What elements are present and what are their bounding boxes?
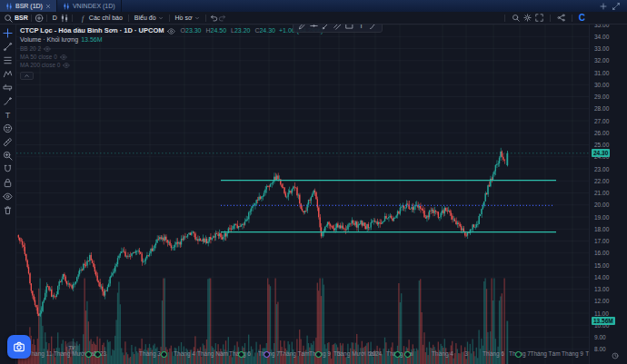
indicator-row-bb[interactable]: BB 20 2 bbox=[20, 44, 323, 53]
tabbar-right-controls bbox=[592, 0, 627, 12]
divider bbox=[550, 15, 551, 22]
price-tick: 11.00 bbox=[594, 310, 609, 317]
close-icon[interactable] bbox=[45, 4, 51, 9]
search-icon[interactable] bbox=[4, 14, 13, 23]
price-tick: 22.00 bbox=[594, 178, 609, 184]
divider bbox=[46, 15, 47, 22]
price-tick: 18.00 bbox=[594, 226, 609, 232]
compare-icon[interactable] bbox=[35, 14, 44, 23]
event-marker[interactable] bbox=[238, 351, 244, 358]
open-value: 23.30 bbox=[185, 27, 202, 34]
trash-icon[interactable] bbox=[3, 205, 13, 215]
divider bbox=[169, 15, 170, 22]
price-tick: 12.00 bbox=[594, 298, 609, 304]
price-tick: 8.00 bbox=[594, 346, 606, 352]
legend-collapse-button[interactable] bbox=[20, 72, 34, 80]
event-marker[interactable] bbox=[394, 351, 401, 358]
price-tick: 33.00 bbox=[594, 45, 609, 52]
time-axis-label: Tháng 3 bbox=[139, 350, 161, 357]
divider bbox=[205, 15, 206, 22]
fullscreen-icon[interactable] bbox=[535, 14, 543, 22]
xabcd-pattern-icon[interactable] bbox=[3, 69, 13, 79]
text-icon[interactable]: T bbox=[3, 110, 13, 120]
undo-button[interactable] bbox=[209, 14, 218, 23]
emoji-icon[interactable] bbox=[3, 123, 13, 133]
price-tick: 19.00 bbox=[594, 214, 609, 221]
time-axis-label: Tháng Tám bbox=[530, 350, 560, 357]
chart-area[interactable]: CTCP Lọc - Hóa dầu Bình Sơn · 1D · UPCOM… bbox=[16, 25, 589, 364]
drawing-toolbar: T bbox=[0, 25, 16, 364]
chevron-down-icon bbox=[158, 15, 164, 21]
divider bbox=[504, 15, 505, 22]
function-icon: f bbox=[78, 14, 87, 23]
price-tick: 15.00 bbox=[594, 262, 609, 269]
price-tick: 21.00 bbox=[594, 190, 609, 196]
price-tick: 14.00 bbox=[594, 274, 609, 280]
indicator-label: MA 200 close 0 bbox=[20, 61, 60, 69]
gear-icon[interactable] bbox=[523, 14, 532, 22]
broker-logo[interactable]: C bbox=[579, 13, 585, 23]
time-axis-label: Tháng 4 bbox=[432, 350, 453, 357]
expand-window-icon[interactable] bbox=[612, 3, 620, 10]
event-marker[interactable] bbox=[315, 351, 322, 358]
lock-icon[interactable] bbox=[3, 178, 13, 188]
share-icon[interactable] bbox=[557, 14, 565, 22]
price-axis[interactable]: 8.009.0010.0011.0012.0013.0014.0015.0016… bbox=[589, 25, 627, 364]
high-value: 24.50 bbox=[211, 27, 227, 34]
eye-icon[interactable] bbox=[60, 54, 67, 61]
profile-menu-label: Hồ sơ bbox=[175, 15, 193, 21]
long-position-icon[interactable] bbox=[3, 83, 13, 93]
tab-vnindex[interactable]: VNINDEX (1D) bbox=[57, 0, 122, 12]
profile-menu-button[interactable]: Hồ sơ bbox=[173, 14, 203, 22]
quick-search-icon[interactable] bbox=[512, 14, 520, 22]
chart-type-icon[interactable] bbox=[60, 14, 69, 23]
eye-icon[interactable] bbox=[63, 62, 70, 69]
symbol-search[interactable]: BSR bbox=[15, 15, 28, 21]
price-tick: 27.00 bbox=[594, 118, 609, 124]
event-marker[interactable] bbox=[404, 351, 411, 358]
fib-retracement-icon[interactable] bbox=[3, 55, 13, 65]
price-tick: 16.00 bbox=[594, 250, 609, 256]
tab-bsr[interactable]: BSR (1D) bbox=[0, 0, 57, 12]
event-marker[interactable] bbox=[161, 351, 167, 358]
tab-label: VNINDEX (1D) bbox=[73, 3, 115, 9]
indicator-label: MA 50 close 0 bbox=[20, 53, 57, 61]
ruler-icon[interactable] bbox=[3, 137, 13, 147]
chart-menu-label: Biểu đồ bbox=[134, 15, 156, 21]
crosshair-icon[interactable] bbox=[3, 28, 13, 38]
tab-chart-icon bbox=[63, 3, 70, 10]
chart-menu-button[interactable]: Biểu đồ bbox=[132, 14, 166, 22]
trading-terminal: BSR (1D) VNINDEX (1D) BSR D f Các chỉ bá… bbox=[0, 0, 627, 364]
visibility-icon[interactable] bbox=[167, 27, 175, 35]
indicator-row-ma200[interactable]: MA 200 close 0 bbox=[20, 61, 323, 69]
brush-icon[interactable] bbox=[3, 96, 13, 106]
volume-label[interactable]: Volume · Khối lượng bbox=[20, 35, 78, 44]
magnet-icon[interactable] bbox=[3, 164, 13, 174]
event-marker[interactable] bbox=[515, 351, 522, 358]
event-marker[interactable] bbox=[264, 351, 270, 358]
main-toolbar: BSR D f Các chỉ báo Biểu đồ Hồ sơ bbox=[0, 12, 627, 25]
eye-icon[interactable] bbox=[44, 45, 51, 53]
trend-line-icon[interactable] bbox=[3, 42, 13, 52]
zoom-in-icon[interactable] bbox=[3, 151, 13, 161]
redo-button[interactable] bbox=[218, 14, 227, 23]
interval-button[interactable]: D bbox=[50, 14, 60, 22]
event-marker[interactable] bbox=[85, 351, 92, 358]
price-tick: 13.00 bbox=[594, 286, 609, 292]
price-tick: 20.00 bbox=[594, 202, 609, 208]
camera-icon bbox=[13, 340, 25, 353]
clock-icon[interactable] bbox=[612, 352, 619, 359]
symbol-title[interactable]: CTCP Lọc - Hóa dầu Bình Sơn · 1D · UPCOM bbox=[20, 26, 164, 35]
indicators-label: Các chỉ báo bbox=[89, 15, 123, 21]
price-tick: 28.00 bbox=[594, 105, 609, 112]
event-marker[interactable] bbox=[95, 351, 101, 358]
new-tab-button[interactable] bbox=[600, 3, 607, 10]
indicator-row-ma50[interactable]: MA 50 close 0 bbox=[20, 53, 323, 61]
support-chat-button[interactable] bbox=[7, 335, 31, 359]
chevron-up-icon bbox=[24, 73, 30, 79]
tab-chart-icon bbox=[5, 3, 13, 10]
eye-icon[interactable] bbox=[3, 192, 13, 202]
indicators-button[interactable]: f Các chỉ báo bbox=[75, 13, 125, 24]
tab-strip: BSR (1D) VNINDEX (1D) bbox=[0, 0, 627, 13]
time-axis-label: 3 bbox=[464, 350, 468, 357]
